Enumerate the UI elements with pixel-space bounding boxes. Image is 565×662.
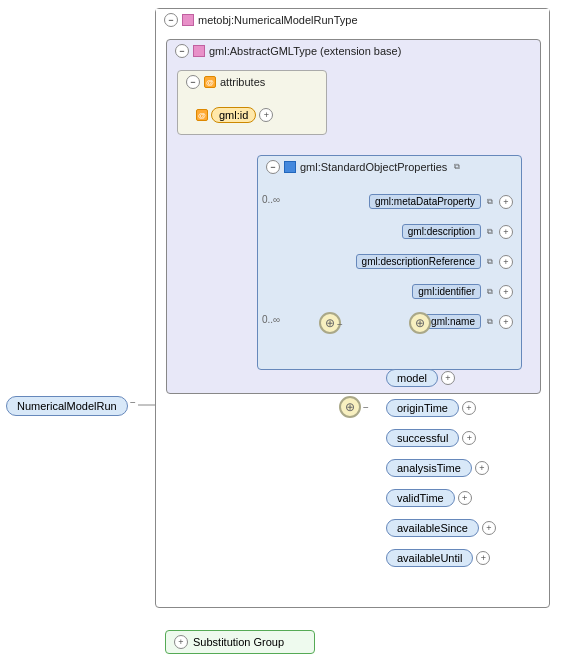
node-analysistime[interactable]: analysisTime — [386, 459, 472, 477]
standard-box-label: gml:StandardObjectProperties — [300, 161, 447, 173]
diagram-container: − metobj:NumericalModelRunType − gml:Abs… — [0, 0, 565, 662]
sub-group-plus[interactable]: + — [174, 635, 188, 649]
composite-node-3[interactable]: ⊕ — [339, 396, 361, 418]
mult-1: 0..∞ — [262, 194, 280, 205]
main-node-minus: − — [130, 397, 136, 408]
node-successful[interactable]: successful — [386, 429, 459, 447]
prop-4-link: ⧉ — [484, 286, 496, 298]
prop-5-plus[interactable]: + — [499, 315, 513, 329]
attributes-icon: @ — [204, 76, 216, 88]
node-availableuntil-plus[interactable]: + — [476, 551, 490, 565]
sub-group-label: Substitution Group — [193, 636, 284, 648]
abstract-box-label: gml:AbstractGMLType (extension base) — [209, 45, 401, 57]
gml-id-plus[interactable]: + — [259, 108, 273, 122]
prop-row-4: gml:identifier ⧉ + — [412, 284, 513, 299]
node-analysistime-plus[interactable]: + — [475, 461, 489, 475]
prop-3-plus[interactable]: + — [499, 255, 513, 269]
prop-5-link: ⧉ — [484, 316, 496, 328]
node-origintime-plus[interactable]: + — [462, 401, 476, 415]
child-analysistime-row: analysisTime + — [386, 459, 489, 477]
node-validtime-plus[interactable]: + — [458, 491, 472, 505]
child-availablesince-row: availableSince + — [386, 519, 496, 537]
gml-id-row: @ gml:id + — [196, 107, 273, 123]
outer-box-icon — [182, 14, 194, 26]
standard-box-header: − gml:StandardObjectProperties ⧉ — [258, 156, 521, 178]
composite-2-icon: ⊕ — [415, 316, 425, 330]
node-successful-plus[interactable]: + — [462, 431, 476, 445]
node-model-plus[interactable]: + — [441, 371, 455, 385]
abstract-collapse-button[interactable]: − — [175, 44, 189, 58]
prop-row-3: gml:descriptionReference ⧉ + — [356, 254, 513, 269]
composite-node-2[interactable]: ⊕ — [409, 312, 431, 334]
attributes-label: attributes — [220, 76, 265, 88]
standard-object-properties-box: − gml:StandardObjectProperties ⧉ 0..∞ gm… — [257, 155, 522, 370]
standard-box-icon — [284, 161, 296, 173]
prop-row-2: gml:description ⧉ + — [402, 224, 513, 239]
child-successful-row: successful + — [386, 429, 476, 447]
abstract-box-icon — [193, 45, 205, 57]
prop-1-link: ⧉ — [484, 196, 496, 208]
prop-descriptionreference[interactable]: gml:descriptionReference — [356, 254, 481, 269]
child-availableuntil-row: availableUntil + — [386, 549, 490, 567]
prop-description[interactable]: gml:description — [402, 224, 481, 239]
gml-id-icon: @ — [196, 109, 208, 121]
composite-3-icon: ⊕ — [345, 400, 355, 414]
child-validtime-row: validTime + — [386, 489, 472, 507]
node-availableuntil[interactable]: availableUntil — [386, 549, 473, 567]
prop-2-link: ⧉ — [484, 226, 496, 238]
prop-2-plus[interactable]: + — [499, 225, 513, 239]
main-node-label: NumericalModelRun — [17, 400, 117, 412]
prop-identifier[interactable]: gml:identifier — [412, 284, 481, 299]
outer-box: − metobj:NumericalModelRunType − gml:Abs… — [155, 8, 550, 608]
prop-row-1: gml:metaDataProperty ⧉ + — [369, 194, 513, 209]
substitution-group-box[interactable]: + Substitution Group — [165, 630, 315, 654]
child-origintime-row: originTime + — [386, 399, 476, 417]
prop-metadataproperty[interactable]: gml:metaDataProperty — [369, 194, 481, 209]
attributes-header: − @ attributes — [178, 71, 326, 93]
minus-separator-3: − — [363, 402, 369, 413]
attributes-collapse-button[interactable]: − — [186, 75, 200, 89]
standard-link-icon: ⧉ — [451, 161, 463, 173]
main-node[interactable]: NumericalModelRun — [6, 396, 128, 416]
composite-1-icon: ⊕ — [325, 316, 335, 330]
outer-collapse-button[interactable]: − — [164, 13, 178, 27]
node-availablesince-plus[interactable]: + — [482, 521, 496, 535]
node-model[interactable]: model — [386, 369, 438, 387]
prop-1-plus[interactable]: + — [499, 195, 513, 209]
node-origintime[interactable]: originTime — [386, 399, 459, 417]
abstract-box-header: − gml:AbstractGMLType (extension base) — [167, 40, 540, 62]
mult-2: 0..∞ — [262, 314, 280, 325]
prop-row-5: gml:name ⧉ + — [425, 314, 513, 329]
node-validtime[interactable]: validTime — [386, 489, 455, 507]
minus-separator-2: − — [432, 319, 438, 330]
abstract-gml-box: − gml:AbstractGMLType (extension base) −… — [166, 39, 541, 394]
gml-id-node[interactable]: gml:id — [211, 107, 256, 123]
outer-box-label: metobj:NumericalModelRunType — [198, 14, 358, 26]
prop-4-plus[interactable]: + — [499, 285, 513, 299]
prop-3-link: ⧉ — [484, 256, 496, 268]
minus-separator-1: − — [337, 319, 343, 330]
node-availablesince[interactable]: availableSince — [386, 519, 479, 537]
outer-box-header: − metobj:NumericalModelRunType — [156, 9, 549, 31]
child-model-row: model + — [386, 369, 455, 387]
attributes-box: − @ attributes @ gml:id + — [177, 70, 327, 135]
standard-collapse-button[interactable]: − — [266, 160, 280, 174]
